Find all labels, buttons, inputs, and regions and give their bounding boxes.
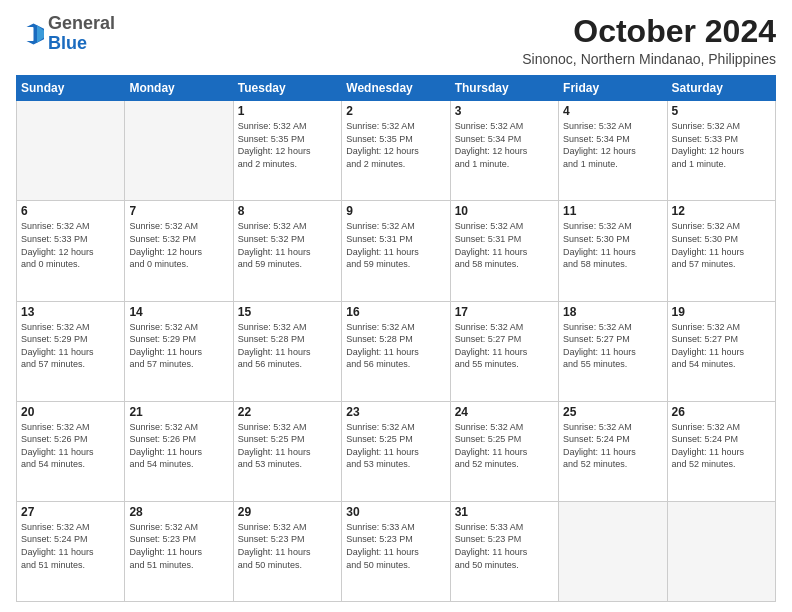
day-info: Sunrise: 5:32 AM Sunset: 5:25 PM Dayligh…: [238, 421, 337, 471]
day-number: 1: [238, 104, 337, 118]
header: General Blue October 2024 Sinonoc, North…: [16, 14, 776, 67]
cell-w1-d7: 5Sunrise: 5:32 AM Sunset: 5:33 PM Daylig…: [667, 101, 775, 201]
day-number: 14: [129, 305, 228, 319]
day-info: Sunrise: 5:32 AM Sunset: 5:28 PM Dayligh…: [346, 321, 445, 371]
day-info: Sunrise: 5:32 AM Sunset: 5:34 PM Dayligh…: [455, 120, 554, 170]
week-row-2: 6Sunrise: 5:32 AM Sunset: 5:33 PM Daylig…: [17, 201, 776, 301]
day-info: Sunrise: 5:32 AM Sunset: 5:33 PM Dayligh…: [672, 120, 771, 170]
day-info: Sunrise: 5:32 AM Sunset: 5:26 PM Dayligh…: [129, 421, 228, 471]
day-number: 20: [21, 405, 120, 419]
logo-blue-text: Blue: [48, 33, 87, 53]
logo-general-text: General: [48, 13, 115, 33]
logo-icon: [16, 20, 44, 48]
day-info: Sunrise: 5:32 AM Sunset: 5:35 PM Dayligh…: [346, 120, 445, 170]
cell-w3-d2: 14Sunrise: 5:32 AM Sunset: 5:29 PM Dayli…: [125, 301, 233, 401]
cell-w2-d2: 7Sunrise: 5:32 AM Sunset: 5:32 PM Daylig…: [125, 201, 233, 301]
cell-w4-d7: 26Sunrise: 5:32 AM Sunset: 5:24 PM Dayli…: [667, 401, 775, 501]
day-number: 31: [455, 505, 554, 519]
day-number: 23: [346, 405, 445, 419]
svg-rect-2: [16, 27, 34, 41]
cell-w1-d6: 4Sunrise: 5:32 AM Sunset: 5:34 PM Daylig…: [559, 101, 667, 201]
calendar-header-row: Sunday Monday Tuesday Wednesday Thursday…: [17, 76, 776, 101]
day-number: 17: [455, 305, 554, 319]
day-info: Sunrise: 5:32 AM Sunset: 5:27 PM Dayligh…: [672, 321, 771, 371]
cell-w3-d5: 17Sunrise: 5:32 AM Sunset: 5:27 PM Dayli…: [450, 301, 558, 401]
day-number: 8: [238, 204, 337, 218]
day-info: Sunrise: 5:33 AM Sunset: 5:23 PM Dayligh…: [455, 521, 554, 571]
day-number: 28: [129, 505, 228, 519]
month-title: October 2024: [522, 14, 776, 49]
cell-w5-d6: [559, 501, 667, 601]
day-number: 12: [672, 204, 771, 218]
day-number: 25: [563, 405, 662, 419]
day-number: 6: [21, 204, 120, 218]
day-number: 15: [238, 305, 337, 319]
day-number: 5: [672, 104, 771, 118]
cell-w2-d1: 6Sunrise: 5:32 AM Sunset: 5:33 PM Daylig…: [17, 201, 125, 301]
day-number: 19: [672, 305, 771, 319]
svg-marker-1: [37, 25, 44, 43]
col-sunday: Sunday: [17, 76, 125, 101]
day-info: Sunrise: 5:32 AM Sunset: 5:32 PM Dayligh…: [129, 220, 228, 270]
day-number: 16: [346, 305, 445, 319]
cell-w5-d4: 30Sunrise: 5:33 AM Sunset: 5:23 PM Dayli…: [342, 501, 450, 601]
day-info: Sunrise: 5:32 AM Sunset: 5:27 PM Dayligh…: [563, 321, 662, 371]
cell-w2-d6: 11Sunrise: 5:32 AM Sunset: 5:30 PM Dayli…: [559, 201, 667, 301]
cell-w2-d5: 10Sunrise: 5:32 AM Sunset: 5:31 PM Dayli…: [450, 201, 558, 301]
cell-w1-d5: 3Sunrise: 5:32 AM Sunset: 5:34 PM Daylig…: [450, 101, 558, 201]
day-number: 9: [346, 204, 445, 218]
day-info: Sunrise: 5:32 AM Sunset: 5:28 PM Dayligh…: [238, 321, 337, 371]
cell-w3-d3: 15Sunrise: 5:32 AM Sunset: 5:28 PM Dayli…: [233, 301, 341, 401]
cell-w5-d5: 31Sunrise: 5:33 AM Sunset: 5:23 PM Dayli…: [450, 501, 558, 601]
day-number: 18: [563, 305, 662, 319]
cell-w2-d4: 9Sunrise: 5:32 AM Sunset: 5:31 PM Daylig…: [342, 201, 450, 301]
day-number: 26: [672, 405, 771, 419]
day-number: 27: [21, 505, 120, 519]
logo: General Blue: [16, 14, 115, 54]
day-info: Sunrise: 5:32 AM Sunset: 5:29 PM Dayligh…: [21, 321, 120, 371]
day-number: 3: [455, 104, 554, 118]
cell-w5-d3: 29Sunrise: 5:32 AM Sunset: 5:23 PM Dayli…: [233, 501, 341, 601]
day-number: 11: [563, 204, 662, 218]
cell-w3-d7: 19Sunrise: 5:32 AM Sunset: 5:27 PM Dayli…: [667, 301, 775, 401]
cell-w5-d2: 28Sunrise: 5:32 AM Sunset: 5:23 PM Dayli…: [125, 501, 233, 601]
cell-w1-d1: [17, 101, 125, 201]
day-number: 30: [346, 505, 445, 519]
day-info: Sunrise: 5:32 AM Sunset: 5:25 PM Dayligh…: [346, 421, 445, 471]
cell-w4-d5: 24Sunrise: 5:32 AM Sunset: 5:25 PM Dayli…: [450, 401, 558, 501]
col-saturday: Saturday: [667, 76, 775, 101]
cell-w2-d7: 12Sunrise: 5:32 AM Sunset: 5:30 PM Dayli…: [667, 201, 775, 301]
location-subtitle: Sinonoc, Northern Mindanao, Philippines: [522, 51, 776, 67]
day-info: Sunrise: 5:32 AM Sunset: 5:29 PM Dayligh…: [129, 321, 228, 371]
day-info: Sunrise: 5:32 AM Sunset: 5:25 PM Dayligh…: [455, 421, 554, 471]
day-number: 7: [129, 204, 228, 218]
col-friday: Friday: [559, 76, 667, 101]
cell-w3-d4: 16Sunrise: 5:32 AM Sunset: 5:28 PM Dayli…: [342, 301, 450, 401]
day-number: 22: [238, 405, 337, 419]
day-number: 21: [129, 405, 228, 419]
day-number: 4: [563, 104, 662, 118]
day-info: Sunrise: 5:32 AM Sunset: 5:23 PM Dayligh…: [129, 521, 228, 571]
calendar-table: Sunday Monday Tuesday Wednesday Thursday…: [16, 75, 776, 602]
cell-w4-d3: 22Sunrise: 5:32 AM Sunset: 5:25 PM Dayli…: [233, 401, 341, 501]
day-info: Sunrise: 5:32 AM Sunset: 5:35 PM Dayligh…: [238, 120, 337, 170]
week-row-1: 1Sunrise: 5:32 AM Sunset: 5:35 PM Daylig…: [17, 101, 776, 201]
cell-w1-d4: 2Sunrise: 5:32 AM Sunset: 5:35 PM Daylig…: [342, 101, 450, 201]
day-info: Sunrise: 5:32 AM Sunset: 5:30 PM Dayligh…: [563, 220, 662, 270]
page: General Blue October 2024 Sinonoc, North…: [0, 0, 792, 612]
cell-w3-d1: 13Sunrise: 5:32 AM Sunset: 5:29 PM Dayli…: [17, 301, 125, 401]
cell-w5-d1: 27Sunrise: 5:32 AM Sunset: 5:24 PM Dayli…: [17, 501, 125, 601]
day-info: Sunrise: 5:32 AM Sunset: 5:32 PM Dayligh…: [238, 220, 337, 270]
week-row-5: 27Sunrise: 5:32 AM Sunset: 5:24 PM Dayli…: [17, 501, 776, 601]
week-row-4: 20Sunrise: 5:32 AM Sunset: 5:26 PM Dayli…: [17, 401, 776, 501]
day-info: Sunrise: 5:32 AM Sunset: 5:30 PM Dayligh…: [672, 220, 771, 270]
day-info: Sunrise: 5:32 AM Sunset: 5:27 PM Dayligh…: [455, 321, 554, 371]
day-number: 24: [455, 405, 554, 419]
cell-w4-d1: 20Sunrise: 5:32 AM Sunset: 5:26 PM Dayli…: [17, 401, 125, 501]
col-tuesday: Tuesday: [233, 76, 341, 101]
day-info: Sunrise: 5:32 AM Sunset: 5:33 PM Dayligh…: [21, 220, 120, 270]
cell-w4-d4: 23Sunrise: 5:32 AM Sunset: 5:25 PM Dayli…: [342, 401, 450, 501]
day-number: 10: [455, 204, 554, 218]
day-info: Sunrise: 5:32 AM Sunset: 5:23 PM Dayligh…: [238, 521, 337, 571]
cell-w5-d7: [667, 501, 775, 601]
